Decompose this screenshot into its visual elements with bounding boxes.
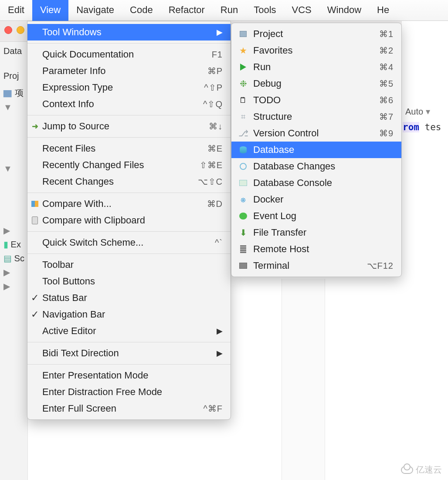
shortcut: ⌘1 [379,29,394,39]
tree-toggle[interactable]: ▼ [0,101,27,114]
menuitem-label: Run [253,61,379,73]
minimize-icon[interactable] [17,26,24,34]
tree-item[interactable]: ▶ [0,223,27,237]
schema-auto-dropdown[interactable]: Auto ▾ [402,21,448,118]
menuitem-toolbar[interactable]: Toolbar [27,257,231,273]
menuitem-label: Status Bar [42,292,223,304]
menuitem-status-bar[interactable]: ✓ Status Bar [27,290,231,306]
menuitem-label: Navigation Bar [42,309,223,320]
tree-item[interactable]: ▶ [0,279,27,293]
menu-navigate[interactable]: Navigate [68,0,122,21]
menuitem-parameter-info[interactable]: Parameter Info ⌘P [27,63,231,79]
shortcut: ^⇧Q [203,99,223,109]
submenu-docker[interactable]: ⎈ Docker [231,191,401,208]
menuitem-label: Quick Documentation [42,49,212,60]
cloud-icon [401,466,413,474]
submenu-debug[interactable]: ❉ Debug ⌘5 [231,75,401,92]
submenu-project[interactable]: Project ⌘1 [231,26,401,42]
tree-item-sc[interactable]: ▤ Sc [0,251,27,265]
menuitem-label: Parameter Info [42,65,207,77]
submenu-terminal[interactable]: Terminal ⌥F12 [231,257,401,274]
todo-icon: 🗒 [238,95,248,105]
shortcut: F1 [212,50,223,60]
tree-item-label: Sc [14,254,24,263]
shortcut: ^` [215,238,223,248]
menuitem-label: Debug [253,78,379,89]
submenu-database-changes[interactable]: Database Changes [231,158,401,175]
bug-icon: ❉ [238,79,248,88]
code-text: tes [419,122,441,132]
tree-item[interactable]: ▶ [0,265,27,279]
menu-code[interactable]: Code [122,0,161,21]
submenu-file-transfer[interactable]: ⬇ File Transfer [231,224,401,241]
submenu-remote-host[interactable]: Remote Host [231,241,401,257]
menuitem-label: Tool Buttons [42,276,223,287]
menuitem-label: Project [253,28,379,40]
menu-separator [27,254,231,254]
menuitem-enter-presentation-mode[interactable]: Enter Presentation Mode [27,367,231,384]
menuitem-jump-to-source[interactable]: ➜ Jump to Source ⌘↓ [27,118,231,135]
submenu-database-console[interactable]: Database Console [231,175,401,191]
menu-help[interactable]: He [369,0,397,21]
shortcut: ⌘5 [379,78,394,89]
tree-item-label: Ex [11,240,21,249]
menuitem-enter-full-screen[interactable]: Enter Full Screen ^⌘F [27,400,231,417]
menuitem-compare-with[interactable]: Compare With... ⌘D [27,196,231,212]
menuitem-label: Database Console [253,177,394,189]
menuitem-tool-buttons[interactable]: Tool Buttons [27,273,231,290]
submenu-event-log[interactable]: Event Log [231,208,401,224]
menu-refactor[interactable]: Refactor [161,0,213,21]
submenu-structure[interactable]: ⌗ Structure ⌘7 [231,108,401,125]
menu-separator [27,231,231,232]
tree-item-ex[interactable]: ▮ Ex [0,237,27,251]
menu-vcs[interactable]: VCS [284,0,319,21]
database-changes-icon [238,162,248,171]
clipboard-icon [30,216,40,225]
menuitem-label: Docker [253,194,394,205]
menu-edit[interactable]: Edit [0,0,32,21]
menuitem-label: Jump to Source [42,121,209,132]
menuitem-quick-documentation[interactable]: Quick Documentation F1 [27,46,231,63]
menuitem-label: Toolbar [42,259,223,270]
submenu-version-control[interactable]: ⎇ Version Control ⌘9 [231,125,401,142]
menuitem-context-info[interactable]: Context Info ^⇧Q [27,96,231,112]
menuitem-tool-windows[interactable]: Tool Windows ▶ [27,24,231,41]
menuitem-label: Version Control [253,128,379,139]
submenu-database[interactable]: Database [231,142,401,158]
submenu-todo[interactable]: 🗒 TODO ⌘6 [231,92,401,108]
submenu-arrow-icon: ▶ [217,348,223,358]
menuitem-enter-distraction-free-mode[interactable]: Enter Distraction Free Mode [27,384,231,400]
sidebar-project-label[interactable]: Proj [0,69,27,83]
submenu-run[interactable]: Run ⌘4 [231,59,401,75]
menuitem-navigation-bar[interactable]: ✓ Navigation Bar [27,306,231,323]
keyword: rom [403,122,419,132]
tree-item[interactable]: ▇ 项 [0,85,27,101]
shortcut: ⌘6 [379,95,394,105]
menuitem-expression-type[interactable]: Expression Type ^⇧P [27,79,231,96]
menuitem-recent-files[interactable]: Recent Files ⌘E [27,140,231,157]
submenu-arrow-icon: ▶ [217,27,223,37]
menuitem-quick-switch-scheme[interactable]: Quick Switch Scheme... ^` [27,234,231,251]
docker-icon: ⎈ [238,195,248,204]
menuitem-active-editor[interactable]: Active Editor ▶ [27,323,231,339]
database-console-icon [238,178,248,188]
tree-toggle[interactable]: ▼ [0,162,27,176]
remote-host-icon [238,244,248,254]
menuitem-recently-changed-files[interactable]: Recently Changed Files ⇧⌘E [27,157,231,173]
shortcut: ⌘4 [379,62,394,72]
sidebar-data-label[interactable]: Data [0,44,27,58]
menu-run[interactable]: Run [213,0,246,21]
menuitem-label: TODO [253,95,379,106]
menuitem-label: File Transfer [253,227,394,238]
menuitem-label: Favorites [253,45,379,56]
menuitem-compare-clipboard[interactable]: Compare with Clipboard [27,212,231,229]
menu-separator [27,342,231,342]
menuitem-recent-changes[interactable]: Recent Changes ⌥⇧C [27,173,231,190]
menuitem-bidi-text-direction[interactable]: Bidi Text Direction ▶ [27,345,231,362]
menu-window[interactable]: Window [319,0,369,21]
menu-view[interactable]: View [32,0,68,21]
menu-tools[interactable]: Tools [246,0,284,21]
close-icon[interactable] [4,26,12,34]
menuitem-label: Recent Files [42,143,207,154]
submenu-favorites[interactable]: ★ Favorites ⌘2 [231,42,401,59]
